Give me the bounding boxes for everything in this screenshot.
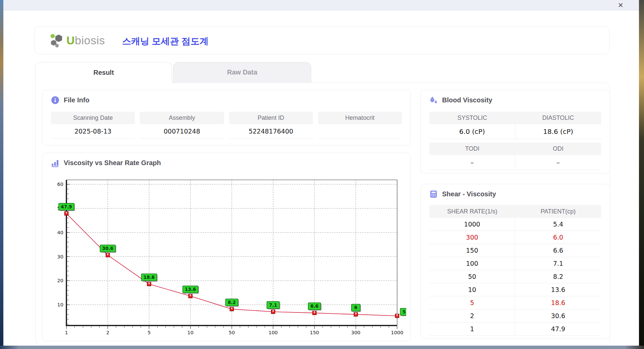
- close-icon[interactable]: ×: [618, 1, 624, 9]
- patient-viscosity-cell: 30.6: [515, 309, 601, 322]
- chart-marker-notch: [396, 314, 397, 316]
- app-title-korean: 스캐닝 모세관 점도계: [122, 35, 209, 47]
- tab-raw-data[interactable]: Raw Data: [173, 62, 311, 83]
- metric-value: –: [515, 155, 601, 170]
- blood-viscosity-header-row: SYSTOLIC DIASTOLIC: [429, 112, 601, 124]
- shear-table-row: 300 6.0: [429, 231, 601, 244]
- x-tick-label: 50: [229, 330, 235, 335]
- shear-rate-cell: 2: [429, 309, 515, 322]
- field-label: Scanning Date: [51, 112, 135, 124]
- blood-viscosity-row-group: SYSTOLIC DIASTOLIC 6.0 (cP) 18.6 (cP): [429, 112, 601, 143]
- tab-result[interactable]: Result: [35, 62, 172, 84]
- chart-point-label: 8.2: [228, 300, 236, 305]
- y-tick-label: 20: [57, 278, 63, 283]
- blood-viscosity-row-group: TODI ODI – –: [429, 143, 601, 173]
- chart-point-label: 13.6: [185, 287, 196, 292]
- blood-viscosity-value-row: – –: [429, 155, 601, 170]
- hexagon-logo-icon: [49, 33, 64, 48]
- chart-point-label: 5.4: [402, 309, 406, 314]
- shear-rate-cell: 50: [429, 270, 515, 283]
- shear-rate-cell: 100: [429, 257, 515, 270]
- spacer: [429, 139, 601, 143]
- window-titlebar: ×: [3, 0, 639, 10]
- shear-table-body: 1000 5.4 300 6.0 150 6.6 100 7.1 50 8.2 …: [429, 218, 601, 336]
- file-info-field: Scanning Date 2025-08-13: [51, 112, 135, 139]
- file-info-title: File Info: [64, 96, 90, 104]
- patient-viscosity-cell: 6.6: [515, 244, 601, 257]
- shear-table-row: 1 47.9: [429, 322, 601, 336]
- metric-label: ODI: [515, 143, 601, 155]
- field-value: 52248176400: [229, 124, 313, 139]
- file-info-field: Assembly 000710248: [140, 112, 224, 139]
- chart-marker-notch: [107, 253, 108, 255]
- desktop-wallpaper-left: [0, 0, 3, 349]
- metric-value: –: [429, 155, 515, 170]
- metric-label: SYSTOLIC: [429, 112, 515, 124]
- file-info-header: File Info: [51, 96, 90, 104]
- shear-table-row: 150 6.6: [429, 244, 601, 257]
- chart-marker-notch: [149, 282, 150, 284]
- blood-viscosity-card: Blood Viscosity SYSTOLIC DIASTOLIC 6.0 (…: [420, 90, 610, 173]
- shear-rate-cell: 5: [429, 296, 515, 309]
- chart-point-label: 47.9: [61, 204, 72, 209]
- header-card: Ubiosis 스캐닝 모세관 점도계: [35, 26, 609, 54]
- x-tick-label: 100: [268, 330, 278, 335]
- chart-point-label: 18.6: [144, 275, 155, 280]
- patient-viscosity-cell: 8.2: [515, 270, 601, 283]
- y-tick-label: 10: [57, 302, 63, 307]
- chart-marker-notch: [273, 310, 274, 312]
- patient-viscosity-cell: 5.4: [515, 218, 601, 231]
- patient-viscosity-cell: 6.0: [515, 231, 601, 244]
- chart-marker-notch: [66, 212, 67, 213]
- field-value: 2025-08-13: [51, 124, 135, 139]
- shear-viscosity-header: Shear - Viscosity: [429, 190, 496, 198]
- chart-point-label: 7.1: [269, 302, 277, 308]
- x-tick-label: 2: [106, 330, 109, 335]
- patient-viscosity-cell: 18.6: [515, 296, 601, 309]
- metric-label: TODI: [429, 143, 515, 155]
- file-info-fields: Scanning Date 2025-08-13 Assembly 000710…: [51, 112, 402, 139]
- shear-rate-column-header: SHEAR RATE(1/s): [429, 205, 515, 218]
- x-tick-label: 1: [65, 330, 68, 335]
- patient-viscosity-cell: 7.1: [515, 257, 601, 270]
- shear-table-row: 100 7.1: [429, 257, 601, 270]
- blood-viscosity-value-row: 6.0 (cP) 18.6 (cP): [429, 124, 601, 139]
- field-label: Patient ID: [229, 112, 313, 124]
- patient-viscosity-cell: 47.9: [515, 322, 601, 335]
- patient-column-header: PATIENT(cp): [515, 205, 601, 218]
- graph-title: Viscosity vs Shear Rate Graph: [64, 159, 161, 167]
- x-tick-label: 150: [310, 330, 319, 335]
- shear-table-row: 10 13.6: [429, 283, 601, 296]
- x-tick-label: 10: [187, 330, 194, 335]
- viscosity-chart: 1020304050601251050100150300100047.930.6…: [46, 174, 406, 338]
- blood-viscosity-header: Blood Viscosity: [429, 96, 492, 104]
- shear-table-row: 1000 5.4: [429, 218, 601, 231]
- water-drops-icon: [429, 96, 438, 104]
- desktop-wallpaper-right: [639, 0, 644, 349]
- chart-marker-notch: [314, 311, 315, 313]
- table-calculator-icon: [429, 190, 438, 198]
- chart-point-label: 30.6: [102, 246, 113, 251]
- shear-viscosity-table: SHEAR RATE(1/s) PATIENT(cp) 1000 5.4 300…: [429, 205, 601, 336]
- field-label: Assembly: [140, 112, 224, 124]
- blood-viscosity-header-row: TODI ODI: [429, 143, 601, 155]
- x-tick-label: 1000: [391, 330, 404, 335]
- file-info-field: Patient ID 52248176400: [229, 112, 313, 139]
- logo-text-rest: biosis: [75, 34, 105, 47]
- x-tick-label: 300: [351, 330, 361, 335]
- shear-viscosity-title: Shear - Viscosity: [442, 190, 496, 198]
- spacer: [429, 170, 601, 173]
- app-window: Ubiosis 스캐닝 모세관 점도계 Result Raw Data File…: [3, 10, 639, 346]
- chart-point-label: 6: [354, 305, 357, 310]
- shear-table-row: 5 18.6: [429, 296, 601, 309]
- chart-marker-notch: [231, 307, 232, 309]
- logo-text-u: U: [66, 34, 75, 47]
- metric-value: 18.6 (cP): [515, 124, 601, 139]
- field-value: [318, 124, 402, 139]
- ubiosis-logo: Ubiosis: [49, 32, 105, 48]
- shear-rate-cell: 300: [429, 231, 515, 244]
- blood-viscosity-table: SYSTOLIC DIASTOLIC 6.0 (cP) 18.6 (cP) TO…: [429, 112, 601, 173]
- logo-text: Ubiosis: [66, 32, 105, 48]
- shear-rate-cell: 1000: [429, 218, 515, 231]
- field-label: Hematocrit: [318, 112, 402, 124]
